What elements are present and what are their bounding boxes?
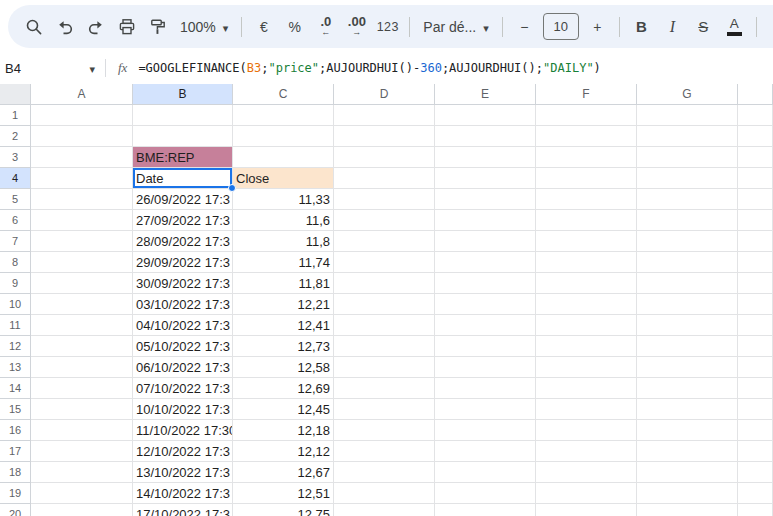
cell-partial-14[interactable] [738, 378, 773, 399]
formula-text[interactable]: =GOOGLEFINANCE(B3;"price";AUJOURDHUI()-3… [138, 61, 600, 75]
row-header-20[interactable]: 20 [0, 504, 31, 516]
cell-F11[interactable] [536, 315, 637, 336]
cell-G7[interactable] [637, 231, 738, 252]
cell-B12[interactable]: 05/10/2022 17:3 [133, 336, 233, 357]
col-header-B[interactable]: B [133, 84, 233, 105]
cell-D18[interactable] [334, 462, 435, 483]
cell-C1[interactable] [233, 105, 334, 126]
row-header-5[interactable]: 5 [0, 189, 31, 210]
cell-G16[interactable] [637, 420, 738, 441]
number-format-button[interactable]: 123 [372, 12, 403, 42]
cell-D3[interactable] [334, 147, 435, 168]
cell-A6[interactable] [31, 210, 133, 231]
col-header-F[interactable]: F [536, 84, 637, 105]
cell-B3[interactable]: BME:REP [133, 147, 233, 168]
bold-button[interactable]: B [626, 12, 657, 42]
cell-B17[interactable]: 12/10/2022 17:3 [133, 441, 233, 462]
select-all-corner[interactable] [0, 84, 31, 105]
cell-D19[interactable] [334, 483, 435, 504]
cell-F20[interactable] [536, 504, 637, 516]
increase-decimal-button[interactable]: .00 [341, 12, 372, 42]
col-header-D[interactable]: D [334, 84, 435, 105]
cell-G6[interactable] [637, 210, 738, 231]
cell-F8[interactable] [536, 252, 637, 273]
italic-button[interactable]: I [657, 12, 688, 42]
cell-E18[interactable] [435, 462, 536, 483]
cell-G18[interactable] [637, 462, 738, 483]
cell-C5[interactable]: 11,33 [233, 189, 334, 210]
cell-D11[interactable] [334, 315, 435, 336]
cell-partial-7[interactable] [738, 231, 773, 252]
cell-B7[interactable]: 28/09/2022 17:3 [133, 231, 233, 252]
cell-B6[interactable]: 27/09/2022 17:3 [133, 210, 233, 231]
row-header-16[interactable]: 16 [0, 420, 31, 441]
cell-D12[interactable] [334, 336, 435, 357]
cell-partial-10[interactable] [738, 294, 773, 315]
cell-partial-6[interactable] [738, 210, 773, 231]
cell-E1[interactable] [435, 105, 536, 126]
cell-A18[interactable] [31, 462, 133, 483]
cell-E19[interactable] [435, 483, 536, 504]
cell-C19[interactable]: 12,51 [233, 483, 334, 504]
font-family-selector[interactable]: Par dé... [416, 19, 495, 35]
name-box[interactable]: B4 [0, 61, 105, 76]
increase-font-size-button[interactable]: + [582, 12, 613, 42]
cell-F5[interactable] [536, 189, 637, 210]
cell-C9[interactable]: 11,81 [233, 273, 334, 294]
cell-B2[interactable] [133, 126, 233, 147]
cell-G9[interactable] [637, 273, 738, 294]
cell-A1[interactable] [31, 105, 133, 126]
cell-A4[interactable] [31, 168, 133, 189]
cell-F12[interactable] [536, 336, 637, 357]
cell-B1[interactable] [133, 105, 233, 126]
cell-G3[interactable] [637, 147, 738, 168]
cell-B10[interactable]: 03/10/2022 17:3 [133, 294, 233, 315]
cell-B16[interactable]: 11/10/2022 17:30 [133, 420, 233, 441]
col-header-C[interactable]: C [233, 84, 334, 105]
cell-partial-13[interactable] [738, 357, 773, 378]
redo-button[interactable] [80, 12, 111, 42]
cell-C10[interactable]: 12,21 [233, 294, 334, 315]
cell-A5[interactable] [31, 189, 133, 210]
cell-B5[interactable]: 26/09/2022 17:3 [133, 189, 233, 210]
cell-A19[interactable] [31, 483, 133, 504]
cell-F4[interactable] [536, 168, 637, 189]
cell-E15[interactable] [435, 399, 536, 420]
cell-D2[interactable] [334, 126, 435, 147]
cell-D4[interactable] [334, 168, 435, 189]
cell-C13[interactable]: 12,58 [233, 357, 334, 378]
cell-C14[interactable]: 12,69 [233, 378, 334, 399]
cell-G8[interactable] [637, 252, 738, 273]
cell-B13[interactable]: 06/10/2022 17:3 [133, 357, 233, 378]
cell-F6[interactable] [536, 210, 637, 231]
cell-G10[interactable] [637, 294, 738, 315]
cell-partial-8[interactable] [738, 252, 773, 273]
cell-E5[interactable] [435, 189, 536, 210]
row-header-12[interactable]: 12 [0, 336, 31, 357]
cell-A8[interactable] [31, 252, 133, 273]
cell-F1[interactable] [536, 105, 637, 126]
row-header-8[interactable]: 8 [0, 252, 31, 273]
cell-G14[interactable] [637, 378, 738, 399]
col-header-partial[interactable] [738, 84, 773, 105]
cell-partial-16[interactable] [738, 420, 773, 441]
row-header-1[interactable]: 1 [0, 105, 31, 126]
cell-partial-12[interactable] [738, 336, 773, 357]
row-header-19[interactable]: 19 [0, 483, 31, 504]
cell-partial-18[interactable] [738, 462, 773, 483]
cell-D10[interactable] [334, 294, 435, 315]
cell-F18[interactable] [536, 462, 637, 483]
cell-G13[interactable] [637, 357, 738, 378]
cell-C3[interactable] [233, 147, 334, 168]
cell-partial-17[interactable] [738, 441, 773, 462]
cell-E12[interactable] [435, 336, 536, 357]
row-header-17[interactable]: 17 [0, 441, 31, 462]
cell-D15[interactable] [334, 399, 435, 420]
row-header-9[interactable]: 9 [0, 273, 31, 294]
cell-E13[interactable] [435, 357, 536, 378]
cell-F14[interactable] [536, 378, 637, 399]
cell-B8[interactable]: 29/09/2022 17:3 [133, 252, 233, 273]
strikethrough-button[interactable]: S [688, 12, 719, 42]
cell-F10[interactable] [536, 294, 637, 315]
cell-partial-1[interactable] [738, 105, 773, 126]
